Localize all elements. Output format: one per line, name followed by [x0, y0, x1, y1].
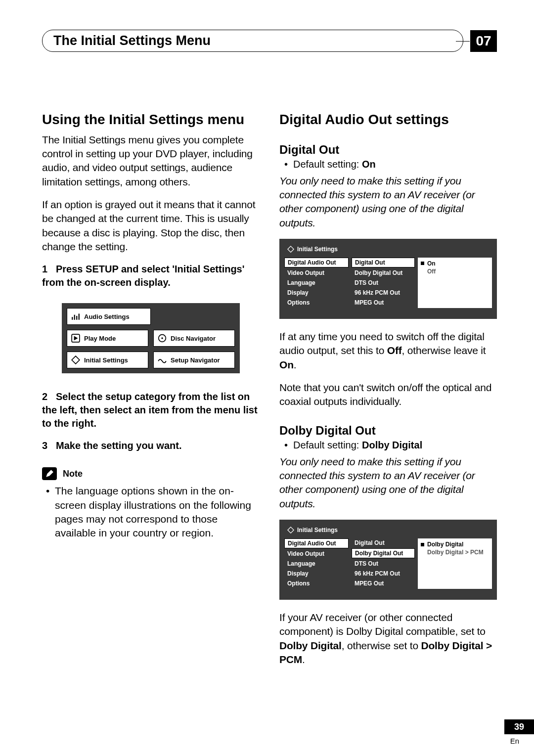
osd-setting-item: MPEG Out [352, 579, 415, 588]
right-column: Digital Audio Out settings Digital Out D… [279, 111, 497, 675]
osd-category-item: Language [284, 278, 349, 287]
svg-point-7 [161, 338, 163, 339]
osd-category-column: Digital Audio Out Video Output Language … [284, 538, 349, 589]
svg-rect-3 [79, 314, 80, 320]
osd-setting-item: Digital Out [352, 258, 415, 267]
osd-category-item: Display [284, 569, 349, 578]
osd-setting-item: DTS Out [352, 278, 415, 287]
italic-note-2: You only need to make this setting if yo… [279, 455, 497, 511]
step-3: 3Make the setting you want. [42, 439, 260, 452]
menu-label: Play Mode [84, 335, 116, 342]
step-text: Select the setup category from the list … [42, 391, 258, 429]
osd-category-column: Digital Audio Out Video Output Language … [284, 258, 349, 308]
paragraph-dolby-compatible: If your AV receiver (or other connected … [279, 611, 497, 667]
svg-rect-0 [72, 317, 73, 320]
osd-setting-column: Digital Out Dolby Digital Out DTS Out 96… [352, 258, 415, 308]
chapter-number: 07 [470, 30, 497, 52]
osd-screenshot-dolby-digital: Initial Settings Digital Audio Out Video… [279, 520, 497, 600]
step-2: 2Select the setup category from the list… [42, 390, 260, 430]
default-setting-list: Default setting: On [279, 159, 497, 170]
menu-label: Initial Settings [84, 356, 128, 364]
osd-title-text: Initial Settings [297, 527, 338, 534]
step-number: 2 [42, 390, 56, 403]
paragraph-switch-off: If at any time you need to switch off th… [279, 330, 497, 372]
step-text: Press SETUP and select 'Initial Settings… [42, 264, 245, 288]
osd-value-column: On Off [418, 258, 492, 308]
osd-title: Initial Settings [287, 246, 492, 253]
osd-value-item: Off [421, 267, 489, 275]
osd-body: Digital Audio Out Video Output Language … [284, 258, 492, 308]
osd-setting-item: 96 kHz PCM Out [352, 569, 415, 578]
osd-category-item: Display [284, 288, 349, 297]
italic-note-1: You only need to make this setting if yo… [279, 174, 497, 230]
osd-setting-column: Digital Out Dolby Digital Out DTS Out 96… [352, 538, 415, 589]
diamond-icon [287, 527, 294, 534]
menu-item-setup-navigator: Setup Navigator [153, 352, 235, 368]
step-text: Make the setting you want. [56, 440, 181, 451]
osd-value-item: Dolby Digital [421, 540, 489, 548]
left-column: Using the Initial Settings menu The Init… [42, 111, 260, 675]
play-mode-icon [71, 334, 80, 342]
equalizer-icon [71, 312, 80, 320]
osd-setting-item: Dolby Digital Out [352, 268, 415, 277]
svg-marker-10 [288, 527, 294, 533]
default-setting-list: Default setting: Dolby Digital [279, 440, 497, 451]
osd-screenshot-digital-out: Initial Settings Digital Audio Out Video… [279, 239, 497, 319]
note-bullet-list: The language options shown in the on-scr… [42, 484, 260, 540]
language-label: En [510, 737, 519, 745]
menu-label: Setup Navigator [171, 356, 220, 364]
setup-menu-screenshot: Audio Settings Play Mode Disc Navigator [62, 303, 240, 373]
osd-setting-item: Digital Out [352, 538, 415, 547]
menu-label: Disc Navigator [171, 335, 216, 342]
osd-setting-item: DTS Out [352, 559, 415, 568]
diamond-icon [71, 356, 80, 364]
page-number: 39 [504, 719, 534, 734]
osd-category-item: Options [284, 579, 349, 588]
default-setting: Default setting: On [279, 159, 497, 170]
osd-category-item: Options [284, 298, 349, 307]
svg-marker-9 [288, 246, 294, 252]
osd-setting-item: 96 kHz PCM Out [352, 288, 415, 297]
osd-category-item: Digital Audio Out [284, 258, 349, 267]
wave-icon [158, 356, 167, 364]
osd-title-text: Initial Settings [297, 246, 338, 253]
osd-value-item: On [421, 260, 489, 267]
note-header: Note [42, 467, 260, 480]
osd-category-item: Video Output [284, 268, 349, 277]
selected-marker-icon [421, 262, 424, 265]
osd-category-item: Language [284, 559, 349, 568]
paragraph-optical-coaxial: Note that you can't switch on/off the op… [279, 381, 497, 409]
svg-marker-5 [74, 336, 78, 341]
osd-title: Initial Settings [287, 527, 492, 534]
osd-category-item: Digital Audio Out [284, 538, 349, 548]
step-number: 1 [42, 263, 56, 276]
osd-value-column: Dolby Digital Dolby Digital > PCM [418, 538, 492, 589]
pencil-icon [42, 467, 57, 480]
menu-item-initial-settings: Initial Settings [67, 352, 148, 368]
default-setting: Default setting: Dolby Digital [279, 440, 497, 451]
osd-setting-item: Dolby Digital Out [352, 548, 415, 558]
selected-marker-icon [421, 543, 424, 546]
note-label: Note [63, 469, 83, 479]
osd-category-item: Video Output [284, 549, 349, 558]
header-title: The Initial Settings Menu [42, 30, 463, 52]
osd-value-item: Dolby Digital > PCM [421, 548, 489, 556]
menu-item-play-mode: Play Mode [67, 330, 148, 347]
intro-paragraph-1: The Initial Settings menu gives you comp… [42, 133, 260, 189]
section-heading-digital-audio: Digital Audio Out settings [279, 111, 497, 128]
svg-rect-2 [76, 316, 77, 320]
menu-label: Audio Settings [84, 313, 130, 320]
section-heading-using: Using the Initial Settings menu [42, 111, 260, 128]
disc-icon [158, 334, 167, 342]
osd-body: Digital Audio Out Video Output Language … [284, 538, 492, 589]
osd-setting-item: MPEG Out [352, 298, 415, 307]
step-1: 1Press SETUP and select 'Initial Setting… [42, 263, 260, 289]
svg-rect-1 [74, 315, 75, 320]
menu-item-audio-settings: Audio Settings [67, 308, 151, 325]
subhead-dolby-digital-out: Dolby Digital Out [279, 424, 497, 438]
svg-marker-8 [72, 356, 80, 364]
menu-item-disc-navigator: Disc Navigator [153, 330, 235, 347]
note-bullet: The language options shown in the on-scr… [44, 484, 260, 540]
subhead-digital-out: Digital Out [279, 143, 497, 157]
page-header: The Initial Settings Menu 07 [42, 30, 497, 52]
